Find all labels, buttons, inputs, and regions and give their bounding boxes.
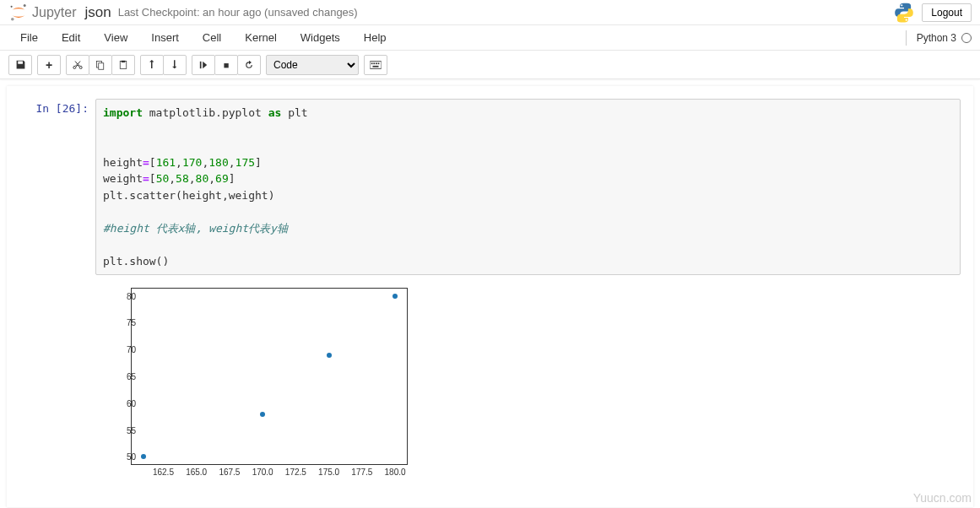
svg-rect-4 — [99, 62, 104, 69]
run-icon — [199, 61, 208, 69]
svg-rect-6 — [122, 60, 126, 62]
data-point — [327, 353, 332, 358]
menu-file[interactable]: File — [8, 27, 50, 48]
celltype-select[interactable]: Code — [266, 55, 359, 75]
menu-divider — [906, 30, 907, 46]
kernel-indicator-icon — [961, 33, 972, 43]
svg-rect-10 — [373, 62, 375, 64]
scatter-plot: 50556065707580162.5165.0167.5170.0172.51… — [95, 284, 416, 486]
ytick-label: 65 — [127, 372, 136, 381]
move-up-button[interactable]: 🠕 — [140, 55, 164, 75]
menu-kernel[interactable]: Kernel — [233, 27, 289, 48]
menu-edit[interactable]: Edit — [50, 27, 92, 48]
data-point — [393, 294, 398, 299]
copy-icon — [95, 60, 106, 70]
notebook-name[interactable]: json — [84, 4, 111, 21]
jupyter-logo[interactable]: Jupyter — [8, 3, 76, 23]
ytick-label: 60 — [127, 398, 136, 408]
xtick-label: 177.5 — [351, 467, 372, 477]
input-prompt: In [26]: — [19, 99, 95, 275]
toolbar: + 🠕 🠗 ■ Code — [0, 51, 980, 79]
xtick-label: 172.5 — [285, 467, 306, 477]
menu-widgets[interactable]: Widgets — [289, 27, 352, 48]
plus-icon: + — [46, 58, 52, 72]
stop-icon: ■ — [224, 60, 230, 70]
paste-icon — [118, 60, 128, 70]
xtick-label: 165.0 — [186, 467, 207, 477]
svg-rect-13 — [373, 65, 379, 67]
xtick-label: 170.0 — [252, 467, 273, 477]
menubar: File Edit View Insert Cell Kernel Widget… — [0, 25, 980, 51]
output-area: 50556065707580162.5165.0167.5170.0172.51… — [95, 280, 961, 489]
move-down-button[interactable]: 🠗 — [163, 55, 187, 75]
add-cell-button[interactable]: + — [37, 55, 61, 75]
notebook-container: In [26]: import matplotlib.pyplot as plt… — [7, 86, 973, 507]
jupyter-logo-text: Jupyter — [32, 5, 76, 20]
svg-rect-11 — [376, 62, 377, 64]
notebook-header: Jupyter json Last Checkpoint: an hour ag… — [0, 0, 980, 25]
restart-icon — [244, 60, 254, 70]
svg-point-0 — [24, 4, 26, 7]
watermark: Yuucn.com — [913, 491, 972, 505]
xtick-label: 175.0 — [318, 467, 339, 477]
copy-button[interactable] — [89, 55, 112, 75]
jupyter-logo-icon — [8, 3, 29, 23]
logout-button[interactable]: Logout — [922, 3, 972, 22]
ytick-label: 80 — [127, 291, 136, 300]
ytick-label: 75 — [127, 318, 136, 327]
svg-point-2 — [11, 5, 13, 7]
save-button[interactable] — [8, 55, 32, 75]
save-icon — [15, 59, 26, 70]
cut-button[interactable] — [66, 55, 89, 75]
output-prompt — [19, 280, 95, 489]
code-cell[interactable]: In [26]: import matplotlib.pyplot as plt… — [19, 99, 961, 275]
svg-rect-8 — [370, 61, 382, 68]
restart-button[interactable] — [237, 55, 261, 75]
svg-rect-7 — [200, 61, 202, 68]
svg-rect-9 — [371, 62, 373, 64]
paste-button[interactable] — [111, 55, 135, 75]
command-palette-button[interactable] — [364, 55, 387, 75]
menu-insert[interactable]: Insert — [139, 27, 191, 48]
xtick-label: 180.0 — [385, 467, 406, 477]
xtick-label: 162.5 — [153, 467, 174, 477]
ytick-label: 55 — [127, 425, 136, 435]
xtick-label: 167.5 — [219, 467, 240, 477]
ytick-label: 50 — [127, 452, 136, 462]
plot-frame — [131, 288, 408, 465]
python-logo-icon — [893, 2, 915, 24]
interrupt-button[interactable]: ■ — [214, 55, 238, 75]
menu-help[interactable]: Help — [352, 27, 398, 48]
kernel-name: Python 3 — [917, 32, 956, 44]
arrow-up-icon: 🠕 — [147, 59, 157, 71]
run-button[interactable] — [192, 55, 215, 75]
arrow-down-icon: 🠗 — [170, 59, 180, 71]
svg-rect-12 — [378, 62, 380, 64]
svg-point-1 — [11, 18, 14, 21]
code-input-area[interactable]: import matplotlib.pyplot as plt height=[… — [95, 99, 961, 275]
ytick-label: 70 — [127, 345, 136, 354]
output-cell: 50556065707580162.5165.0167.5170.0172.51… — [19, 280, 961, 489]
keyboard-icon — [370, 61, 382, 69]
data-point — [260, 412, 265, 417]
menu-cell[interactable]: Cell — [191, 27, 233, 48]
scissors-icon — [73, 60, 83, 70]
checkpoint-status: Last Checkpoint: an hour ago (unsaved ch… — [118, 6, 358, 19]
menu-view[interactable]: View — [92, 27, 139, 48]
data-point — [141, 454, 146, 459]
